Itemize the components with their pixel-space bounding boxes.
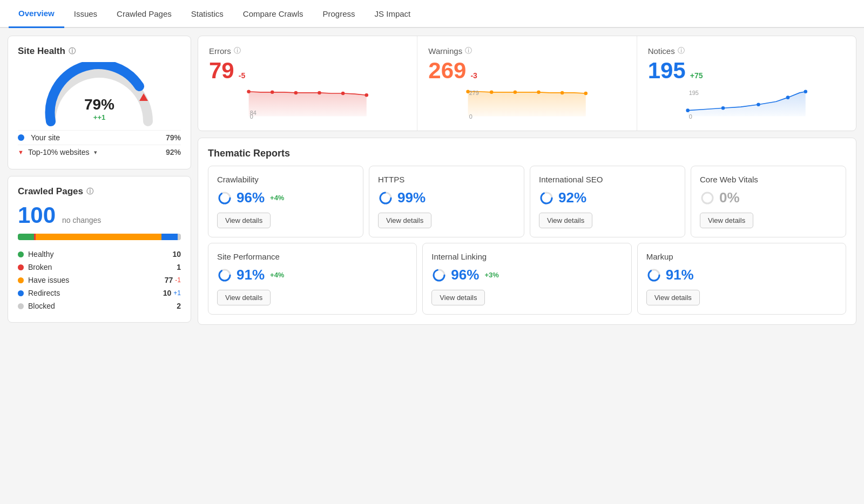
warnings-main: 269 -3: [428, 58, 625, 84]
report-site-performance-name: Site Performance: [217, 252, 408, 261]
notices-sparkline: 195 0: [648, 87, 845, 119]
svg-marker-1: [249, 92, 367, 117]
svg-point-3: [271, 91, 274, 94]
warnings-value: 269: [428, 58, 466, 84]
thematic-reports-section: Thematic Reports Crawlability 96% +4% Vi…: [198, 138, 856, 325]
redirects-label: Redirects: [28, 289, 60, 297]
site-health-info-icon[interactable]: ⓘ: [69, 46, 76, 56]
nav-progress[interactable]: Progress: [313, 1, 365, 27]
crawled-count-row: 100 no changes: [18, 202, 181, 228]
report-core-web-vitals-metric: 0%: [700, 189, 837, 206]
svg-point-2: [247, 90, 251, 93]
nav-js-impact[interactable]: JS Impact: [365, 1, 421, 27]
nav-crawled-pages[interactable]: Crawled Pages: [107, 1, 181, 27]
have-issues-label: Have issues: [28, 276, 69, 284]
svg-marker-11: [468, 92, 586, 117]
errors-label: Errors ⓘ: [209, 46, 406, 56]
report-markup-metric: 91%: [646, 267, 837, 283]
report-crawlability-name: Crawlability: [217, 175, 354, 184]
svg-point-34: [702, 193, 713, 203]
reports-top-grid: Crawlability 96% +4% View details HTTPS: [208, 166, 846, 237]
stat-healthy: Healthy 10: [18, 248, 181, 261]
gauge-container: 79% ++1: [40, 62, 159, 127]
svg-point-14: [514, 91, 517, 94]
international-seo-view-btn[interactable]: View details: [539, 213, 592, 228]
report-markup-name: Markup: [646, 252, 837, 261]
report-core-web-vitals-name: Core Web Vitals: [700, 175, 837, 184]
main-nav: Overview Issues Crawled Pages Statistics…: [0, 0, 864, 28]
notices-main: 195 +75: [648, 58, 845, 84]
report-internal-linking-name: Internal Linking: [431, 252, 622, 261]
svg-point-25: [804, 90, 807, 93]
crawlability-change: +4%: [270, 194, 284, 202]
gauge-percent: 79% ++1: [84, 96, 114, 121]
report-internal-linking: Internal Linking 96% +3% View details: [422, 243, 631, 315]
site-health-title: Site Health ⓘ: [18, 46, 181, 57]
international-seo-pct: 92%: [558, 189, 586, 206]
warnings-label: Warnings ⓘ: [428, 46, 625, 56]
stat-redirects: Redirects 10 +1: [18, 287, 181, 299]
warnings-change: -3: [470, 71, 477, 80]
thematic-title: Thematic Reports: [208, 148, 846, 159]
report-international-seo-metric: 92%: [539, 189, 676, 206]
international-seo-circle-icon: [539, 190, 554, 206]
core-web-vitals-view-btn[interactable]: View details: [700, 213, 753, 228]
svg-point-5: [318, 91, 321, 95]
stat-broken: Broken 1: [18, 261, 181, 274]
healthy-dot: [18, 251, 24, 257]
site-performance-view-btn[interactable]: View details: [217, 290, 271, 305]
report-crawlability: Crawlability 96% +4% View details: [208, 166, 363, 237]
https-circle-icon: [378, 190, 393, 206]
svg-text:0: 0: [469, 113, 473, 119]
svg-text:279: 279: [469, 90, 479, 96]
crawlability-pct: 96%: [237, 189, 265, 206]
errors-change: -5: [239, 71, 245, 80]
svg-point-21: [686, 108, 690, 112]
nav-statistics[interactable]: Statistics: [181, 1, 233, 27]
progress-have-issues: [36, 234, 161, 240]
svg-marker-20: [687, 92, 805, 117]
notices-value: 195: [648, 58, 686, 84]
your-site-value: 79%: [166, 133, 181, 142]
internal-linking-view-btn[interactable]: View details: [431, 290, 485, 305]
core-web-vitals-circle-icon: [700, 190, 715, 206]
report-site-performance-metric: 91% +4%: [217, 267, 408, 283]
markup-view-btn[interactable]: View details: [646, 290, 700, 305]
svg-point-6: [341, 92, 345, 96]
errors-main: 79 -5: [209, 58, 406, 84]
have-issues-value: 77: [165, 276, 173, 284]
crawlability-view-btn[interactable]: View details: [217, 213, 271, 228]
have-issues-dot: [18, 277, 24, 283]
svg-text:0: 0: [688, 113, 692, 119]
nav-issues[interactable]: Issues: [64, 1, 107, 27]
warnings-sparkline: 279 0: [428, 87, 625, 119]
redirects-value: 10: [163, 289, 172, 297]
top10-legend: ▼ Top-10% websites ▾ 92%: [18, 145, 181, 159]
svg-text:0: 0: [250, 113, 253, 119]
warnings-info-icon[interactable]: ⓘ: [465, 46, 472, 56]
notices-info-icon[interactable]: ⓘ: [678, 46, 685, 56]
report-https-name: HTTPS: [378, 175, 515, 184]
metrics-row: Errors ⓘ 79 -5: [198, 36, 856, 131]
main-content: Site Health ⓘ 79% ++1: [0, 28, 864, 501]
crawled-pages-info-icon[interactable]: ⓘ: [86, 187, 93, 196]
notices-change: +75: [690, 71, 703, 80]
nav-overview[interactable]: Overview: [9, 0, 64, 28]
crawlability-circle-icon: [217, 190, 232, 206]
progress-redirects: [161, 234, 178, 240]
https-view-btn[interactable]: View details: [378, 213, 431, 228]
notices-card: Notices ⓘ 195 +75: [637, 36, 856, 131]
broken-value: 1: [177, 263, 181, 271]
triangle-icon: ▼: [18, 149, 24, 155]
redirects-change: +1: [173, 289, 181, 297]
your-site-legend: Your site 79%: [18, 130, 181, 145]
errors-info-icon[interactable]: ⓘ: [234, 46, 241, 56]
warnings-card: Warnings ⓘ 269 -3: [417, 36, 637, 131]
nav-compare-crawls[interactable]: Compare Crawls: [233, 1, 313, 27]
crawled-pages-title: Crawled Pages ⓘ: [18, 186, 181, 197]
progress-healthy: [18, 234, 34, 240]
report-international-seo-name: International SEO: [539, 175, 676, 184]
gauge-percent-value: 79%: [84, 96, 114, 113]
site-health-card: Site Health ⓘ 79% ++1: [8, 36, 191, 169]
top10-caret-icon[interactable]: ▾: [94, 149, 97, 156]
